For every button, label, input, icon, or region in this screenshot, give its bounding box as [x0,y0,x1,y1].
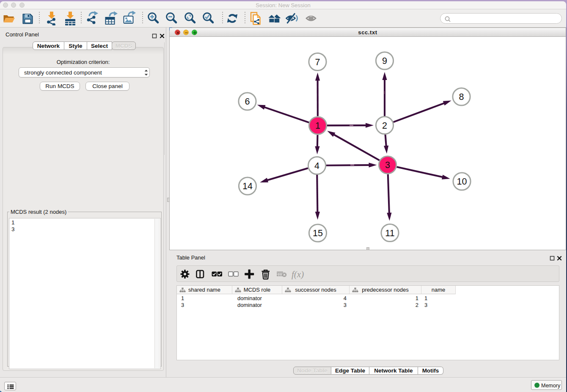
svg-text:8: 8 [459,92,464,102]
svg-text:14: 14 [242,181,253,191]
svg-text:7: 7 [315,57,320,67]
svg-text:2: 2 [382,120,387,130]
svg-text:1: 1 [315,121,320,131]
svg-text:15: 15 [313,228,323,238]
svg-text:6: 6 [245,97,250,107]
svg-text:11: 11 [385,228,394,238]
svg-text:10: 10 [457,177,467,187]
svg-text:3: 3 [385,160,390,170]
svg-text:f(x): f(x) [292,269,304,279]
svg-text:4: 4 [314,160,319,171]
svg-text:9: 9 [382,56,387,66]
